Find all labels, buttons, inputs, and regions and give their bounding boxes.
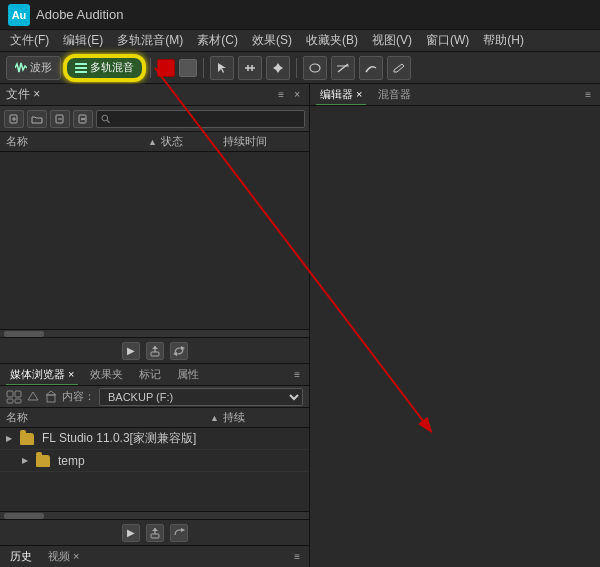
media-tabs: 媒体浏览器 × 效果夹 标记 属性 ≡ xyxy=(0,364,309,386)
svg-marker-40 xyxy=(181,528,185,532)
move-icon xyxy=(273,63,283,73)
menu-material[interactable]: 素材(C) xyxy=(191,30,244,51)
svg-marker-15 xyxy=(394,64,404,72)
play-button[interactable]: ▶ xyxy=(122,342,140,360)
time-icon xyxy=(244,63,256,73)
svg-rect-11 xyxy=(276,66,280,70)
svg-marker-10 xyxy=(280,66,283,70)
multitrack-button[interactable]: 多轨混音 xyxy=(65,56,144,80)
menu-effects[interactable]: 效果(S) xyxy=(246,30,298,51)
menu-window[interactable]: 窗口(W) xyxy=(420,30,475,51)
razor-tool-button[interactable] xyxy=(331,56,355,80)
search-input[interactable] xyxy=(111,113,300,125)
media-home-icon[interactable] xyxy=(44,390,58,404)
folder-name-1: FL Studio 11.0.3[家测兼容版] xyxy=(42,430,196,447)
files-bottom-toolbar: ▶ xyxy=(0,337,309,363)
list-item[interactable]: ▶ temp xyxy=(0,450,309,472)
loop-button[interactable] xyxy=(170,342,188,360)
fade-tool-button[interactable] xyxy=(359,56,383,80)
tree-expand-arrow-1[interactable]: ▶ xyxy=(6,434,16,443)
media-files-content: ▶ FL Studio 11.0.3[家测兼容版] ▶ temp xyxy=(0,428,309,511)
right-tabs: 编辑器 × 混音器 ≡ xyxy=(310,84,600,106)
media-up-icon[interactable] xyxy=(26,390,40,404)
editor-tab[interactable]: 编辑器 × xyxy=(316,85,366,105)
svg-marker-7 xyxy=(276,63,280,66)
name-column-header: 名称 xyxy=(6,134,144,149)
svg-marker-9 xyxy=(273,66,276,70)
files-content xyxy=(0,152,309,329)
export-icon xyxy=(149,345,161,357)
mixer-tab[interactable]: 混音器 xyxy=(374,85,415,104)
markers-tab[interactable]: 标记 xyxy=(135,365,165,385)
duration-column-header: 持续时间 xyxy=(223,134,303,149)
history-tab[interactable]: 历史 xyxy=(6,547,36,566)
close-files-icon xyxy=(78,114,88,124)
color-block-gray[interactable] xyxy=(179,59,197,77)
svg-rect-1 xyxy=(75,67,87,69)
svg-rect-34 xyxy=(15,399,21,403)
waveform-button[interactable]: 波形 xyxy=(6,56,61,80)
folder-name-2: temp xyxy=(58,454,85,468)
menu-favorites[interactable]: 收藏夹(B) xyxy=(300,30,364,51)
color-block-red[interactable] xyxy=(157,59,175,77)
media-content-row: 内容： BACKUP (F:) xyxy=(0,386,309,408)
video-tab[interactable]: 视频 × xyxy=(44,547,83,566)
media-scroll-bar[interactable] xyxy=(0,511,309,519)
media-duration-header: 持续 xyxy=(223,410,303,425)
media-drive-selector[interactable]: BACKUP (F:) xyxy=(99,388,303,406)
files-menu-icon[interactable]: ≡ xyxy=(275,88,287,101)
menu-multitrack[interactable]: 多轨混音(M) xyxy=(111,30,189,51)
bottom-bar: 历史 视频 × ≡ xyxy=(0,545,309,567)
svg-rect-33 xyxy=(7,399,13,403)
menu-view[interactable]: 视图(V) xyxy=(366,30,418,51)
lasso-icon xyxy=(309,63,321,73)
list-item[interactable]: ▶ FL Studio 11.0.3[家测兼容版] xyxy=(0,428,309,450)
files-close-icon[interactable]: × xyxy=(291,88,303,101)
pencil-tool-button[interactable] xyxy=(387,56,411,80)
toolbar-divider-2 xyxy=(203,58,204,78)
lasso-tool-button[interactable] xyxy=(303,56,327,80)
media-loop-icon xyxy=(173,527,185,539)
menu-edit[interactable]: 编辑(E) xyxy=(57,30,109,51)
toolbar: 波形 多轨混音 xyxy=(0,52,600,84)
svg-marker-36 xyxy=(46,391,56,395)
files-scroll-thumb[interactable] xyxy=(4,331,44,337)
waveform-icon xyxy=(15,62,27,74)
cursor-tool-button[interactable] xyxy=(210,56,234,80)
tree-expand-arrow-2[interactable]: ▶ xyxy=(22,456,32,465)
media-name-header: 名称 xyxy=(6,410,206,425)
menu-help[interactable]: 帮助(H) xyxy=(477,30,530,51)
effects-tab[interactable]: 效果夹 xyxy=(86,365,127,385)
svg-rect-2 xyxy=(75,71,87,73)
media-play-button[interactable]: ▶ xyxy=(122,524,140,542)
export-button[interactable] xyxy=(146,342,164,360)
open-folder-icon xyxy=(31,114,43,124)
time-tool-button[interactable] xyxy=(238,56,262,80)
svg-marker-3 xyxy=(218,63,226,73)
right-menu-icon[interactable]: ≡ xyxy=(582,88,594,101)
close-files-button[interactable] xyxy=(73,110,93,128)
media-sort-arrow[interactable]: ▲ xyxy=(210,413,219,423)
svg-rect-26 xyxy=(151,352,159,356)
razor-icon xyxy=(337,63,349,73)
media-browser-tab[interactable]: 媒体浏览器 × xyxy=(6,365,78,385)
open-file-button[interactable] xyxy=(27,110,47,128)
bottom-menu-icon[interactable]: ≡ xyxy=(291,550,303,563)
app-logo: Au xyxy=(8,4,30,26)
svg-rect-35 xyxy=(47,395,55,402)
properties-tab[interactable]: 属性 xyxy=(173,365,203,385)
media-menu-icon[interactable]: ≡ xyxy=(291,368,303,381)
import-button[interactable] xyxy=(50,110,70,128)
search-container xyxy=(96,110,305,128)
sort-arrow[interactable]: ▲ xyxy=(148,137,157,147)
menu-file[interactable]: 文件(F) xyxy=(4,30,55,51)
import-icon xyxy=(55,114,65,124)
media-loop-button[interactable] xyxy=(170,524,188,542)
move-tool-button[interactable] xyxy=(266,56,290,80)
folder-icon-1 xyxy=(20,433,34,445)
files-scroll-bar[interactable] xyxy=(0,329,309,337)
new-file-button[interactable] xyxy=(4,110,24,128)
media-scroll-thumb[interactable] xyxy=(4,513,44,519)
files-title: 文件 × xyxy=(6,86,40,103)
media-export-button[interactable] xyxy=(146,524,164,542)
